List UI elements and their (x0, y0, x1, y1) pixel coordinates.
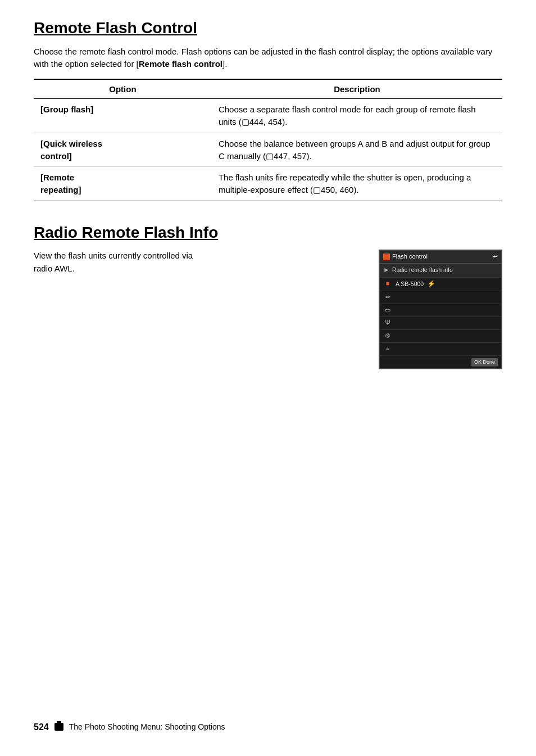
table-cell-desc-2: Choose the balance between groups A and … (212, 133, 502, 167)
row4-icon: Ψ (383, 319, 392, 328)
row1-main: A SB-5000 ⚡ (396, 279, 498, 289)
camera-header-left: Flash control (383, 252, 428, 261)
table-cell-desc-1: Choose a separate flash control mode for… (212, 99, 502, 133)
section2-text: View the flash units currently controlle… (34, 250, 367, 275)
back-icon: ↩ (493, 252, 498, 261)
intro-bold-term: Remote flash control (139, 59, 222, 69)
table-cell-desc-3: The flash units fire repeatedly while th… (212, 167, 502, 201)
table-row: [Remoterepeating] The flash units fire r… (34, 167, 502, 201)
camera-header: Flash control ↩ (380, 251, 501, 264)
intro-paragraph: Choose the remote flash control mode. Fl… (34, 46, 502, 71)
ok-done-button[interactable]: OK Done (471, 358, 498, 366)
row1-label: A SB-5000 (396, 280, 424, 288)
page-number: 524 (34, 721, 49, 734)
row5-icon: ® (383, 332, 392, 341)
camera-footer-icon (54, 723, 63, 731)
section2-text-line2: radio AWL. (34, 264, 75, 273)
page-footer: 524 The Photo Shooting Menu: Shooting Op… (34, 721, 502, 734)
submenu-arrow-icon: ► (383, 265, 390, 275)
row3-icon: ▭ (383, 306, 392, 315)
section2-text-line1: View the flash units currently controlle… (34, 251, 193, 260)
flash-icon (383, 253, 390, 260)
section2-body: View the flash units currently controlle… (34, 250, 502, 369)
options-table: Option Description [Group flash] Choose … (34, 79, 502, 201)
section2-title: Radio Remote Flash Info (34, 221, 502, 245)
camera-row-2: ✏ (380, 291, 501, 304)
table-header-description: Description (212, 79, 502, 99)
row1-icon: ■ (383, 279, 392, 288)
camera-footer: OK Done (380, 356, 501, 368)
table-header-option: Option (34, 79, 212, 99)
submenu-label: Radio remote flash info (392, 266, 453, 274)
table-cell-option-2: [Quick wirelesscontrol] (34, 133, 212, 167)
camera-row-3: ▭ (380, 304, 501, 317)
table-cell-option-1: [Group flash] (34, 99, 212, 133)
table-cell-option-3: [Remoterepeating] (34, 167, 212, 201)
row1-lightning-icon: ⚡ (427, 279, 435, 289)
table-row: [Group flash] Choose a separate flash co… (34, 99, 502, 133)
camera-row-6: ≈ (380, 343, 501, 356)
camera-submenu-row: ► Radio remote flash info (380, 264, 501, 277)
footer-description: The Photo Shooting Menu: Shooting Option… (69, 721, 225, 732)
intro-text-after: ]. (222, 59, 227, 69)
intro-text-before: Choose the remote flash control mode. Fl… (34, 47, 492, 69)
row2-icon: ✏ (383, 293, 392, 302)
camera-header-title: Flash control (392, 252, 428, 261)
section2-paragraph: View the flash units currently controlle… (34, 250, 367, 275)
camera-row-5: ® (380, 330, 501, 343)
camera-row-1: ■ A SB-5000 ⚡ (380, 278, 501, 291)
camera-ui-panel: Flash control ↩ ► Radio remote flash inf… (379, 250, 502, 369)
row6-icon: ≈ (383, 345, 392, 354)
camera-row-4: Ψ (380, 317, 501, 330)
page-title: Remote Flash Control (34, 17, 502, 40)
table-row: [Quick wirelesscontrol] Choose the balan… (34, 133, 502, 167)
